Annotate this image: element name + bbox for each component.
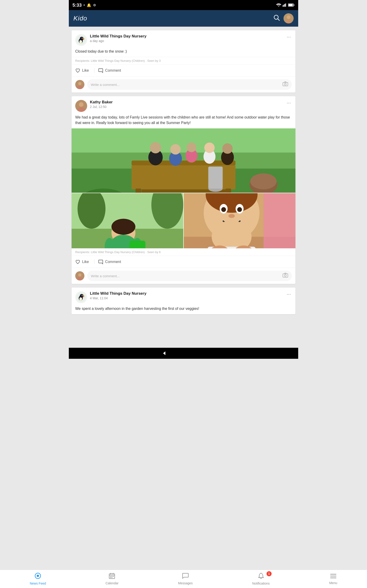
comment-input-wrap[interactable]: Write a comment...	[87, 271, 292, 281]
svg-point-78	[78, 273, 81, 277]
post-recipients: Recipients: Little Wild Things Day Nurse…	[72, 248, 295, 256]
svg-point-22	[284, 83, 286, 85]
post-text: Closed today due to the snow :)	[75, 49, 127, 53]
post-image-right	[184, 193, 295, 248]
post-content: We had a great day today, lots of Famly …	[72, 115, 295, 128]
sim-icon: ▪	[83, 3, 85, 7]
home-button[interactable]	[181, 351, 186, 356]
post-card: Little Wild Things Day Nursery a day ago…	[72, 30, 295, 93]
svg-rect-27	[72, 128, 295, 153]
svg-rect-21	[283, 82, 288, 86]
commenter-avatar	[75, 271, 84, 280]
action-separator	[94, 68, 94, 73]
avatar	[75, 291, 87, 303]
svg-rect-1	[284, 5, 284, 7]
svg-point-10	[287, 15, 290, 19]
commenter-avatar	[75, 80, 84, 89]
svg-point-17	[82, 38, 83, 38]
nav-actions	[273, 13, 294, 23]
post-content: We spent a lovely afternoon in the garde…	[72, 306, 295, 314]
post-time: 2 Jul, 12:50	[90, 105, 113, 109]
notification-icon: 🔔	[87, 3, 91, 7]
svg-rect-3	[285, 3, 286, 7]
feed-container: Little Wild Things Day Nursery a day ago…	[69, 27, 298, 348]
comment-placeholder: Write a comment...	[91, 83, 120, 86]
comment-label: Comment	[105, 69, 121, 73]
recents-button[interactable]	[200, 351, 206, 356]
post-meta: Little Wild Things Day Nursery a day ago	[90, 34, 146, 43]
post-author: Kathy Baker	[90, 100, 113, 104]
post-actions: Like Comment	[72, 256, 295, 268]
post-meta: Kathy Baker 2 Jul, 12:50	[90, 100, 113, 109]
camera-icon[interactable]	[283, 273, 288, 279]
post-author: Little Wild Things Day Nursery	[90, 34, 146, 39]
svg-rect-32	[225, 189, 231, 193]
post-more-button[interactable]: ···	[286, 291, 292, 297]
post-header: Kathy Baker 2 Jul, 12:50 ···	[72, 96, 295, 115]
svg-point-70	[237, 207, 242, 212]
post-list: Little Wild Things Day Nursery a day ago…	[69, 27, 298, 318]
post-card: Little Wild Things Day Nursery 4 Mar, 11…	[72, 288, 295, 314]
heart-icon	[75, 259, 80, 264]
wifi-icon	[276, 3, 281, 7]
comment-input-row: Write a comment...	[72, 76, 295, 93]
signal-icon	[283, 3, 287, 7]
post-image-main	[72, 128, 295, 193]
heart-icon	[75, 68, 80, 73]
svg-point-68	[221, 207, 226, 212]
svg-point-47	[250, 173, 277, 190]
svg-rect-29	[131, 161, 235, 165]
post-image-left	[72, 193, 183, 248]
svg-point-84	[79, 297, 82, 300]
post-time: a day ago	[90, 39, 146, 43]
status-right	[276, 3, 294, 7]
svg-point-37	[150, 142, 161, 153]
post-card: Kathy Baker 2 Jul, 12:50 ··· We had a gr…	[72, 96, 295, 284]
like-button[interactable]: Like	[75, 258, 92, 266]
like-label: Like	[82, 69, 89, 73]
post-more-button[interactable]: ···	[286, 34, 292, 40]
comment-input-wrap[interactable]: Write a comment...	[87, 79, 292, 90]
post-header: Little Wild Things Day Nursery a day ago…	[72, 30, 295, 49]
avatar	[75, 100, 87, 112]
svg-point-58	[111, 219, 135, 235]
svg-marker-102	[163, 351, 165, 355]
like-button[interactable]: Like	[75, 66, 92, 75]
avatar	[75, 34, 87, 46]
location-icon: ⊙	[93, 3, 96, 7]
status-bar: 5:33 ▪ 🔔 ⊙	[69, 0, 298, 10]
top-navigation: Kido	[69, 10, 298, 27]
svg-point-39	[170, 144, 181, 155]
svg-rect-64	[264, 193, 295, 248]
svg-point-71	[228, 214, 235, 218]
svg-point-45	[222, 143, 233, 154]
app-logo: Kido	[73, 15, 87, 22]
action-separator	[94, 259, 94, 264]
svg-point-81	[284, 275, 286, 277]
battery-icon	[288, 3, 294, 7]
svg-point-43	[204, 143, 215, 153]
post-more-button[interactable]: ···	[286, 100, 292, 106]
search-icon[interactable]	[273, 15, 280, 23]
like-label: Like	[82, 260, 89, 264]
svg-rect-35	[208, 166, 223, 189]
post-text: We had a great day today, lots of Famly …	[75, 115, 290, 125]
post-author: Little Wild Things Day Nursery	[90, 291, 146, 296]
back-button[interactable]	[161, 351, 167, 356]
comment-placeholder: Write a comment...	[91, 274, 120, 278]
svg-rect-80	[283, 274, 288, 277]
comment-button[interactable]: Comment	[98, 258, 125, 266]
status-left: 5:33 ▪ 🔔 ⊙	[73, 2, 96, 8]
camera-icon[interactable]	[283, 82, 288, 87]
svg-rect-31	[135, 189, 141, 193]
post-meta: Little Wild Things Day Nursery 4 Mar, 11…	[90, 291, 146, 300]
svg-line-8	[278, 19, 279, 20]
comment-button[interactable]: Comment	[98, 66, 125, 75]
svg-point-14	[79, 40, 82, 43]
post-header: Little Wild Things Day Nursery 4 Mar, 11…	[72, 288, 295, 306]
post-image-row	[72, 193, 295, 248]
post-text: We spent a lovely afternoon in the garde…	[75, 307, 199, 311]
svg-point-87	[82, 295, 83, 296]
comment-icon	[98, 68, 103, 73]
avatar[interactable]	[284, 13, 294, 23]
